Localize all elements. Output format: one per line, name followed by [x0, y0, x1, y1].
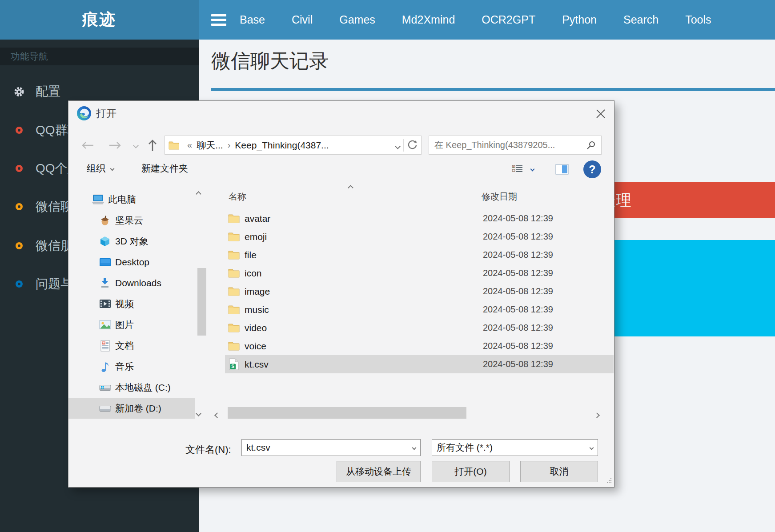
organize-button[interactable]: 组织 — [87, 162, 114, 175]
file-row-icon[interactable]: icon2024-05-08 12:39 — [225, 264, 614, 282]
file-row-emoji[interactable]: emoji2024-05-08 12:39 — [225, 228, 614, 246]
tree-item-label: 3D 对象 — [115, 235, 149, 248]
tree-item-1[interactable]: 坚果云 — [68, 210, 202, 231]
file-row-file[interactable]: file2024-05-08 12:39 — [225, 246, 614, 264]
ring-icon — [13, 201, 25, 212]
file-row-voice[interactable]: voice2024-05-08 12:39 — [225, 337, 614, 355]
navbar-menu: BaseCivilGamesMd2XmindOCR2GPTPythonSearc… — [199, 0, 775, 40]
navbar-item-ocr2gpt[interactable]: OCR2GPT — [468, 0, 549, 40]
file-date: 2024-05-08 12:39 — [483, 341, 553, 351]
top-navbar: 痕迹 BaseCivilGamesMd2XmindOCR2GPTPythonSe… — [0, 0, 775, 40]
video-icon — [99, 299, 111, 308]
folder-icon — [228, 268, 240, 278]
navbar-item-games[interactable]: Games — [326, 0, 389, 40]
horizontal-scrollbar[interactable] — [228, 407, 466, 419]
file-row-kt.csv[interactable]: Skt.csv2024-05-08 12:39 — [225, 355, 614, 373]
file-row-image[interactable]: image2024-05-08 12:39 — [225, 282, 614, 300]
open-button[interactable]: 打开(O) — [432, 461, 510, 482]
gear-icon — [13, 86, 25, 97]
tree-item-10[interactable]: 新加卷 (D:) — [68, 398, 195, 419]
ring-icon — [13, 240, 25, 252]
column-header-name[interactable]: 名称 — [229, 191, 246, 203]
folder-icon — [228, 323, 240, 332]
tree-item-9[interactable]: 本地磁盘 (C:) — [68, 377, 202, 398]
search-input[interactable]: 在 Keep_Thinking(43879205... — [434, 139, 586, 151]
file-date: 2024-05-08 12:39 — [483, 232, 553, 242]
music-icon — [99, 361, 111, 372]
tree-item-label: Downloads — [115, 278, 161, 288]
file-row-video[interactable]: video2024-05-08 12:39 — [225, 319, 614, 337]
tree-item-0[interactable]: 此电脑 — [68, 189, 202, 210]
preview-pane-icon[interactable] — [555, 164, 569, 175]
navbar-item-search[interactable]: Search — [610, 0, 672, 40]
dialog-titlebar[interactable]: 打开 — [68, 101, 614, 126]
search-icon[interactable] — [586, 140, 596, 150]
tree-item-label: 此电脑 — [108, 193, 136, 206]
tree-item-label: 本地磁盘 (C:) — [115, 381, 171, 394]
folder-icon — [228, 250, 240, 260]
new-folder-button[interactable]: 新建文件夹 — [141, 162, 188, 175]
navbar-item-tools[interactable]: Tools — [672, 0, 724, 40]
folder-tree: 此电脑坚果云3D 对象DesktopDownloads视频图片文档音乐本地磁盘 … — [68, 189, 202, 419]
navbar-item-python[interactable]: Python — [549, 0, 610, 40]
tree-scroll-up-icon[interactable] — [197, 190, 201, 198]
file-row-avatar[interactable]: avatar2024-05-08 12:39 — [225, 209, 614, 228]
edge-logo-icon — [76, 106, 92, 123]
help-button[interactable]: ? — [583, 160, 601, 178]
upload-from-mobile-button[interactable]: 从移动设备上传 — [337, 461, 421, 482]
tree-item-7[interactable]: 文档 — [68, 335, 202, 356]
filename-input[interactable]: kt.csv — [241, 439, 421, 456]
file-row-music[interactable]: music2024-05-08 12:39 — [225, 300, 614, 319]
tree-scroll-down-icon[interactable] — [197, 409, 201, 417]
acorn-icon — [99, 215, 111, 226]
back-button[interactable] — [79, 137, 96, 153]
hscroll-left-icon[interactable] — [215, 411, 219, 419]
column-header-date[interactable]: 修改日期 — [482, 191, 517, 203]
disk-c-icon — [99, 384, 111, 392]
view-mode-icon[interactable] — [511, 164, 524, 175]
search-box[interactable]: 在 Keep_Thinking(43879205... — [429, 136, 602, 155]
tree-item-5[interactable]: 视频 — [68, 293, 202, 314]
brand-logo[interactable]: 痕迹 — [0, 0, 199, 40]
desktop-icon — [99, 258, 111, 267]
disk-d-icon — [99, 404, 111, 412]
file-name: icon — [245, 268, 262, 279]
folder-icon — [228, 305, 240, 314]
sidebar-item-0[interactable]: 配置 — [0, 80, 199, 104]
ring-icon — [13, 278, 25, 290]
close-icon[interactable] — [591, 104, 610, 123]
resize-grip[interactable] — [606, 477, 612, 485]
breadcrumb-current[interactable]: Keep_Thinking(4387... — [235, 140, 329, 151]
file-name: emoji — [245, 232, 267, 242]
navbar-item-civil[interactable]: Civil — [278, 0, 326, 40]
view-mode-dropdown-icon[interactable] — [531, 168, 534, 171]
address-bar[interactable]: « 聊天... › Keep_Thinking(4387... — [165, 136, 422, 155]
tree-item-8[interactable]: 音乐 — [68, 356, 202, 377]
address-dropdown-icon[interactable] — [396, 140, 400, 151]
hscroll-right-icon[interactable] — [595, 411, 599, 419]
tree-item-6[interactable]: 图片 — [68, 314, 202, 335]
sort-ascending-icon — [349, 184, 353, 192]
refresh-icon[interactable] — [407, 140, 418, 150]
hamburger-menu-icon[interactable] — [211, 14, 226, 26]
tree-item-2[interactable]: 3D 对象 — [68, 231, 202, 252]
navbar-item-base[interactable]: Base — [226, 0, 278, 40]
tree-scrollbar[interactable] — [197, 268, 206, 336]
folder-icon — [228, 341, 240, 351]
forward-button[interactable] — [107, 137, 124, 153]
cancel-button[interactable]: 取消 — [520, 461, 598, 482]
folder-icon — [228, 287, 240, 296]
breadcrumb-parent[interactable]: 聊天... — [197, 139, 223, 152]
tree-item-4[interactable]: Downloads — [68, 272, 202, 293]
app-root: 痕迹 BaseCivilGamesMd2XmindOCR2GPTPythonSe… — [0, 0, 775, 532]
navbar-item-md2xmind[interactable]: Md2Xmind — [389, 0, 469, 40]
folder-icon — [228, 232, 240, 241]
svg-text:S: S — [231, 364, 234, 369]
up-button[interactable] — [144, 137, 161, 153]
breadcrumb-prefix[interactable]: « — [187, 140, 192, 150]
filetype-select[interactable]: 所有文件 (*.*) — [432, 439, 598, 456]
tree-item-3[interactable]: Desktop — [68, 252, 202, 272]
tree-item-label: 图片 — [115, 319, 134, 331]
recent-locations-dropdown-icon[interactable] — [127, 137, 144, 153]
tree-item-label: 视频 — [115, 298, 134, 310]
